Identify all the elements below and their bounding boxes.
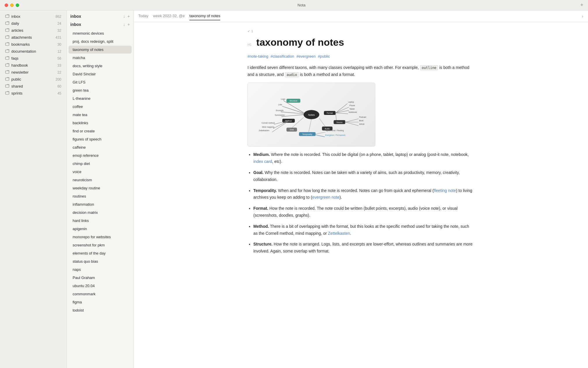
sidebar-item-label: articles [11, 28, 52, 33]
note-item-hard-links[interactable]: hard links [69, 217, 132, 225]
svg-line-51 [315, 132, 325, 134]
svg-text:Source: Source [336, 121, 343, 123]
sidebar-item-label: attachments [11, 35, 52, 40]
svg-text:Evergreen / Permanent: Evergreen / Permanent [325, 134, 345, 137]
sidebar-item-documentation[interactable]: documentation 12 [2, 48, 65, 55]
sidebar-item-count: 24 [54, 22, 61, 26]
bullet-medium-term: Medium. [253, 152, 270, 157]
note-item-routines[interactable]: routines [69, 192, 132, 200]
note-item-ubuntu-2004[interactable]: ubuntu 20.04 [69, 282, 132, 290]
add-note-icon[interactable]: + [128, 14, 130, 19]
tag-classification[interactable]: #classification [271, 54, 294, 58]
note-item-voice[interactable]: voice [69, 168, 132, 176]
intro-paragraph: I identified seven different taxons, wit… [248, 64, 474, 78]
sort-icon[interactable]: ↓ [123, 22, 125, 27]
sidebar-item-newsletter[interactable]: newsletter 22 [2, 69, 65, 76]
note-item-decision-matrix[interactable]: decision matrix [69, 209, 132, 216]
svg-line-30 [336, 107, 349, 113]
zettelkasten-link[interactable]: Zettelkasten [328, 231, 350, 236]
note-item-monorepo-for-websites[interactable]: monorepo for websites [69, 233, 132, 241]
folder-icon [5, 56, 9, 61]
note-item-todoist[interactable]: todoist [69, 306, 132, 314]
close-dot[interactable] [5, 3, 8, 7]
new-note-button[interactable]: + [580, 2, 583, 8]
sidebar-item-bookmarks[interactable]: bookmarks 30 [2, 41, 65, 48]
sidebar-item-inbox[interactable]: inbox 862 [2, 13, 65, 20]
app-title: Nota [23, 3, 580, 7]
note-item-neuroticism[interactable]: neuroticism [69, 176, 132, 184]
folder-icon [5, 77, 9, 82]
note-item-david-sinclair[interactable]: David Sinclair [69, 70, 132, 78]
note-item-l-theanine[interactable]: L-theanine [69, 95, 132, 102]
note-item-elements-of-the-day[interactable]: elements of the day [69, 249, 132, 257]
sidebar-item-label: handbook [11, 63, 52, 67]
note-item-status-quo-bias[interactable]: status quo bias [69, 257, 132, 265]
note-item-figma[interactable]: figma [69, 298, 132, 306]
note-item-docs-writing-style[interactable]: docs, writing style [69, 62, 132, 70]
sidebar-item-count: 30 [54, 42, 61, 47]
note-item-taxonomy-of-notes[interactable]: taxonomy of notes [69, 46, 132, 54]
sort-icon[interactable]: ↓ [123, 14, 125, 19]
sidebar-item-attachments[interactable]: attachments 431 [2, 34, 65, 41]
note-item-find-or-create[interactable]: find or create [69, 127, 132, 135]
folder-icon [5, 14, 9, 19]
bullet-format-term: Format. [253, 206, 268, 211]
svg-rect-0 [6, 15, 9, 18]
note-item-figures-of-speech[interactable]: figures of speech [69, 135, 132, 143]
note-item-git-lfs[interactable]: Git LFS [69, 78, 132, 86]
titlebar: Nota + [0, 0, 588, 10]
bullet-method-term: Method. [253, 224, 269, 229]
sidebar-item-daily[interactable]: daily 24 [2, 20, 65, 27]
note-item-weekday-routine[interactable]: weekday routine [69, 184, 132, 192]
tab-today[interactable]: Today [138, 12, 148, 20]
note-item-paul-graham[interactable]: Paul Graham [69, 274, 132, 282]
tag-public[interactable]: #public [318, 54, 330, 58]
note-item-matcha[interactable]: matcha [69, 54, 132, 62]
note-item-green-tea[interactable]: green tea [69, 86, 132, 94]
note-item-emoji-reference[interactable]: emoji reference [69, 152, 132, 159]
evergreen-note-link[interactable]: evergreen note [312, 195, 339, 200]
note-item-backlinks[interactable]: backlinks [69, 119, 132, 127]
note-item-screenshot-for-pkm[interactable]: screenshot for pkm [69, 241, 132, 249]
svg-text:Cornell method: Cornell method [261, 122, 275, 124]
note-item-inflammation[interactable]: inflammation [69, 200, 132, 208]
minimize-dot[interactable] [10, 3, 14, 7]
sidebar: inbox 862 daily 24 articles 32 attachmen… [0, 10, 67, 368]
sidebar-item-shared[interactable]: shared 60 [2, 83, 65, 90]
back-icon: ↙ [248, 29, 250, 33]
note-item-chimp-diet[interactable]: chimp diet [69, 160, 132, 168]
back-link[interactable]: ↙ 1 [248, 29, 474, 33]
note-item-coffee[interactable]: coffee [69, 103, 132, 111]
tag-note-taking[interactable]: #note-taking [248, 54, 268, 58]
note-item-apigenin[interactable]: apigenin [69, 225, 132, 233]
sidebar-item-count: 200 [54, 77, 61, 81]
sidebar-item-sprints[interactable]: sprints 45 [2, 90, 65, 97]
tab-week[interactable]: week 2022-32, @e [153, 12, 185, 20]
tab-taxonomy[interactable]: taxonomy of notes [189, 12, 220, 20]
svg-text:Book: Book [359, 120, 364, 122]
tag-evergreen[interactable]: #evergreen [297, 54, 316, 58]
note-item-commonmark[interactable]: commonmark [69, 290, 132, 298]
svg-line-43 [345, 122, 358, 126]
notes-list-header: inbox ↓ + [67, 13, 133, 21]
bullet-temporality: Temporality. When and for how long the n… [253, 187, 474, 201]
maximize-dot[interactable] [16, 3, 19, 7]
add-note-icon[interactable]: + [128, 22, 130, 27]
sidebar-item-faqs[interactable]: faqs 56 [2, 55, 65, 62]
sidebar-item-handbook[interactable]: handbook 33 [2, 62, 65, 69]
svg-text:Summaries: Summaries [275, 114, 285, 116]
note-item-mate-tea[interactable]: mate tea [69, 111, 132, 119]
note-item-caffeine[interactable]: caffeine [69, 143, 132, 151]
sidebar-item-public[interactable]: public 200 [2, 76, 65, 83]
index-card-link[interactable]: index card [253, 159, 272, 164]
note-item-proj-docs[interactable]: proj, docs redesign, split [69, 38, 132, 45]
svg-rect-8 [6, 71, 9, 74]
sidebar-item-articles[interactable]: articles 32 [2, 27, 65, 34]
bullet-list: Medium. Where the note is recorded. This… [248, 151, 474, 255]
fleeting-note-link[interactable]: fleeting note [434, 188, 456, 193]
sidebar-item-label: public [11, 77, 52, 81]
note-item-naps[interactable]: naps [69, 266, 132, 273]
collapse-icon[interactable]: › [582, 14, 583, 19]
sidebar-item-label: inbox [11, 14, 52, 19]
note-item-mnemonic-devices[interactable]: mnemonic devices [69, 29, 132, 37]
